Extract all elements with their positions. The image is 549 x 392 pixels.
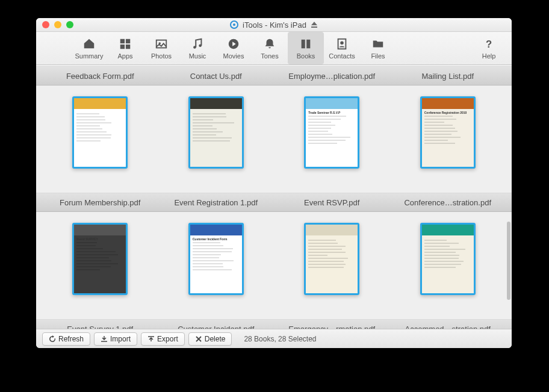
toolbar-files[interactable]: Files: [360, 32, 396, 64]
app-window: iTools - Kim's iPad SummaryAppsPhotosMus…: [36, 18, 512, 348]
shelf-row: Event SURVEYCustomer Incident FormEvent …: [36, 212, 512, 329]
toolbar-apps[interactable]: Apps: [107, 32, 143, 64]
toolbar-item-label: Movies: [223, 52, 244, 60]
toolbar-tones[interactable]: Tones: [252, 32, 288, 64]
toolbar-music[interactable]: Music: [179, 32, 216, 64]
shelf-bar: Forum Membership.pdfEvent Registration 1…: [36, 193, 512, 212]
book-label[interactable]: Forum Membership.pdf: [45, 198, 156, 207]
contacts-icon: [335, 37, 349, 51]
book-label[interactable]: Emergency…rmation.pdf: [276, 325, 388, 329]
book-label[interactable]: Event Survey 1.pdf: [45, 325, 156, 329]
bottom-bar: Refresh Import Export Delete 28 Books, 2…: [36, 329, 512, 348]
close-button[interactable]: [42, 21, 49, 28]
svg-rect-2: [120, 39, 125, 43]
shelf-bar: Feedback Form.pdfContact Us.pdfEmployme……: [36, 66, 512, 86]
svg-point-1: [233, 23, 235, 26]
book-label[interactable]: Employme…plication.pdf: [276, 72, 388, 81]
toolbar-item-label: Books: [297, 52, 315, 60]
eject-icon[interactable]: [310, 20, 318, 29]
refresh-icon: [49, 335, 56, 343]
toolbar-item-label: Music: [189, 52, 206, 60]
svg-point-0: [231, 21, 238, 28]
svg-text:?: ?: [486, 39, 492, 50]
minimize-button[interactable]: [54, 21, 61, 28]
photos-icon: [154, 37, 169, 51]
toolbar-item-label: Photos: [151, 52, 172, 60]
book-label[interactable]: Accommod…stration.pdf: [392, 325, 503, 329]
books-content: Feedback Form.pdfContact Us.pdfEmployme……: [36, 65, 512, 329]
import-button[interactable]: Import: [94, 332, 137, 346]
toolbar-contacts[interactable]: Contacts: [324, 32, 360, 64]
status-text: 28 Books, 28 Selected: [244, 335, 316, 343]
home-icon: [82, 37, 96, 51]
svg-point-8: [193, 46, 196, 49]
svg-point-12: [340, 41, 344, 45]
apps-icon: [118, 37, 132, 51]
window-title: iTools - Kim's iPad: [243, 20, 306, 30]
traffic-lights: [36, 21, 73, 28]
scrollbar[interactable]: [507, 222, 510, 300]
shelf-row: Feedback Form.pdfContact Us.pdfEmployme……: [36, 65, 512, 86]
toolbar-summary[interactable]: Summary: [71, 32, 107, 64]
export-icon: [147, 335, 155, 343]
app-icon: [229, 20, 239, 30]
toolbar-movies[interactable]: Movies: [216, 32, 252, 64]
import-icon: [101, 335, 108, 343]
delete-button[interactable]: Delete: [188, 332, 232, 346]
refresh-button[interactable]: Refresh: [42, 332, 90, 346]
svg-rect-5: [126, 45, 130, 49]
toolbar: SummaryAppsPhotosMusicMoviesTonesBooksCo…: [36, 32, 512, 65]
book-thumbnail[interactable]: [420, 223, 476, 295]
music-icon: [190, 37, 205, 51]
toolbar-item-label: Tones: [261, 52, 278, 60]
help-icon: ?: [482, 37, 496, 51]
books-icon: [299, 37, 313, 51]
toolbar-help[interactable]: ? Help: [471, 32, 507, 64]
book-label[interactable]: Contact Us.pdf: [160, 72, 271, 81]
toolbar-books[interactable]: Books: [288, 32, 324, 64]
svg-rect-3: [126, 39, 130, 43]
titlebar: iTools - Kim's iPad: [36, 18, 512, 32]
book-thumbnail[interactable]: [188, 96, 244, 169]
movies-icon: [226, 37, 241, 51]
book-thumbnail[interactable]: Trade Seminar R.S.V.P: [304, 96, 359, 169]
book-thumbnail[interactable]: Event SURVEY: [72, 223, 128, 295]
toolbar-item-label: Files: [371, 52, 385, 60]
files-icon: [371, 37, 385, 51]
zoom-button[interactable]: [66, 21, 73, 28]
toolbar-item-label: Contacts: [329, 52, 355, 60]
toolbar-item-label: Help: [482, 52, 496, 60]
book-label[interactable]: Event Registration 1.pdf: [160, 198, 271, 207]
book-thumbnail[interactable]: Customer Incident Form: [188, 223, 244, 295]
svg-point-9: [199, 44, 202, 47]
delete-icon: [195, 335, 202, 343]
tones-icon: [262, 37, 277, 51]
shelf-bar: Event Survey 1.pdfCustomer Incident.pdfE…: [36, 319, 512, 329]
book-label[interactable]: Customer Incident.pdf: [160, 325, 271, 329]
book-label[interactable]: Conference…stration.pdf: [392, 198, 503, 207]
book-thumbnail[interactable]: [72, 96, 128, 169]
toolbar-item-label: Summary: [75, 52, 103, 60]
svg-rect-4: [120, 45, 125, 49]
shelf-row: Trade Seminar R.S.V.PConference Registra…: [36, 86, 512, 212]
toolbar-photos[interactable]: Photos: [143, 32, 179, 64]
book-label[interactable]: Mailing List.pdf: [392, 72, 503, 81]
book-thumbnail[interactable]: Conference Registration 2010: [420, 96, 476, 169]
book-label[interactable]: Feedback Form.pdf: [45, 72, 156, 81]
book-thumbnail[interactable]: [304, 223, 359, 295]
book-label[interactable]: Event RSVP.pdf: [276, 198, 388, 207]
export-button[interactable]: Export: [141, 332, 185, 346]
toolbar-item-label: Apps: [117, 52, 132, 60]
